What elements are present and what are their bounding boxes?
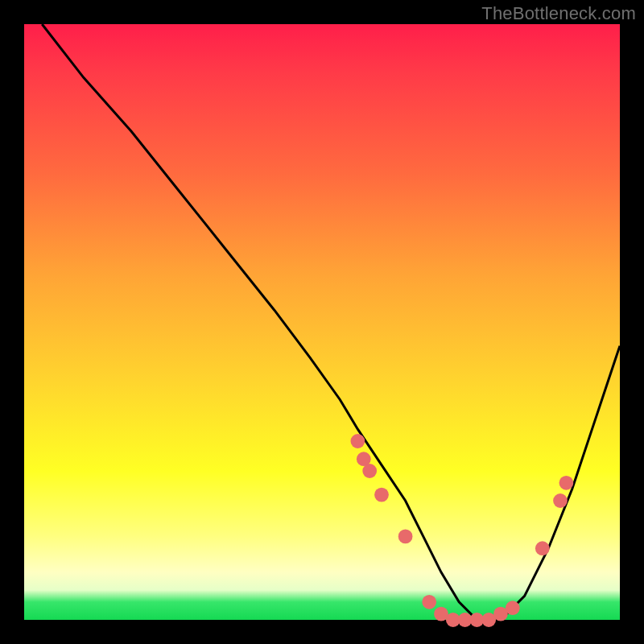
- data-point: [535, 541, 550, 555]
- data-point: [398, 530, 413, 544]
- chart-canvas: TheBottleneck.com: [0, 0, 644, 644]
- data-point: [559, 476, 574, 490]
- data-point: [506, 601, 520, 615]
- data-point: [374, 488, 389, 502]
- curve-line: [42, 24, 620, 620]
- curve-overlay: [24, 24, 620, 620]
- series-group: [42, 24, 620, 620]
- data-point: [351, 434, 365, 448]
- data-point: [422, 595, 436, 609]
- points-group: [351, 434, 574, 627]
- data-point: [362, 464, 377, 478]
- data-point: [553, 493, 568, 508]
- plot-area: [24, 24, 620, 620]
- watermark-text: TheBottleneck.com: [481, 3, 636, 24]
